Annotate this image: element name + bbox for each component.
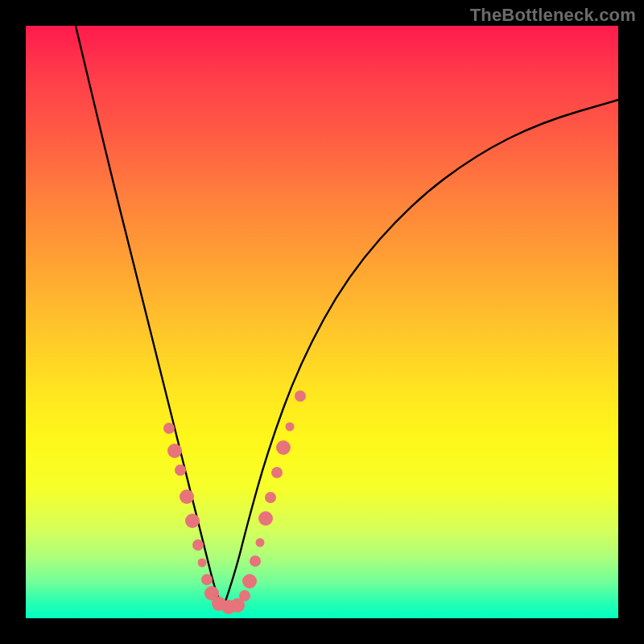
curve-svg [26,26,618,618]
plot-area [26,26,618,618]
data-marker [295,390,306,402]
data-marker [192,539,204,551]
data-marker [239,590,250,601]
watermark-label: TheBottleneck.com [470,5,636,26]
data-marker [258,511,273,526]
right-branch-curve [223,100,618,609]
data-marker [180,489,194,504]
data-marker [265,492,276,503]
data-marker [198,559,207,568]
data-marker [167,444,182,458]
data-marker [256,539,265,547]
data-marker [163,423,175,434]
data-markers [163,390,306,614]
data-marker [271,467,283,478]
data-marker [201,574,213,585]
data-marker [175,464,186,476]
data-marker [286,423,295,431]
data-marker [242,574,257,588]
chart-frame: TheBottleneck.com [0,0,644,644]
data-marker [276,440,291,455]
left-branch-curve [76,26,223,609]
data-marker [250,555,261,567]
data-marker [185,514,200,528]
